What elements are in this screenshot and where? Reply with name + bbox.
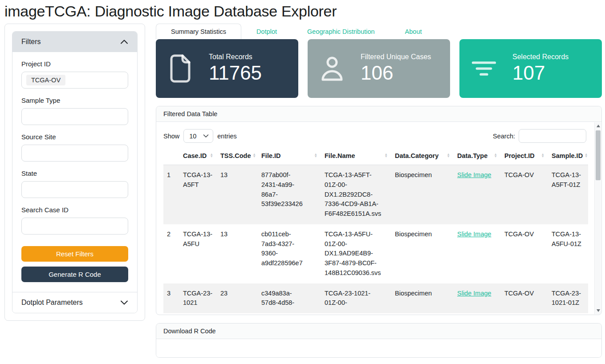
search-input[interactable] <box>519 129 586 143</box>
scroll-down-icon[interactable] <box>595 307 601 314</box>
table-row: 3 TCGA-23- 1021 23 c349a83a- 57d8-4d58- … <box>163 283 588 314</box>
data-type-cell: Slide Image <box>454 224 501 283</box>
sample-type-input[interactable] <box>21 108 128 125</box>
person-icon <box>320 56 345 81</box>
file-id-cell: cb011ceb- 7ad3-4327- 9360- a9df228596e7 <box>258 224 321 283</box>
filters-title: Filters <box>21 38 41 46</box>
tab-geographic-distribution[interactable]: Geographic Distribution <box>292 24 390 39</box>
table-scrollbar[interactable] <box>594 122 601 314</box>
search-case-id-input[interactable] <box>21 218 128 235</box>
source-site-input[interactable] <box>21 145 128 162</box>
project-id-cell: TCGA-OV <box>501 224 548 283</box>
search-area: Search: <box>493 129 586 143</box>
column-header-data-category[interactable]: Data.Category▲▼ <box>391 149 454 165</box>
filters-accordion-header[interactable]: Filters <box>12 32 137 52</box>
sort-icon: ▲▼ <box>494 154 497 158</box>
show-label: Show <box>163 133 179 140</box>
slide-image-link[interactable]: Slide Image <box>457 231 491 238</box>
column-header-project-id[interactable]: Project.ID▲▼ <box>501 149 548 165</box>
entries-label: entries <box>217 133 237 140</box>
column-header-sample-id[interactable]: Sample.ID▲▼ <box>548 149 588 165</box>
scroll-up-icon[interactable] <box>595 122 601 129</box>
search-case-id-field: Search Case ID <box>21 206 128 235</box>
search-label: Search: <box>493 133 515 140</box>
column-header-case-id[interactable]: Case.ID▲▼ <box>179 149 217 165</box>
page-length-select[interactable]: 10 <box>183 129 213 143</box>
project-id-token[interactable]: TCGA-OV <box>26 75 65 85</box>
filtered-data-table: Case.ID▲▼ TSS.Code▲▼ File.ID▲▼ File.Name… <box>163 149 588 313</box>
sort-icon: ▲▼ <box>210 154 213 158</box>
file-name-cell: TCGA-13-A5FT- 01Z-00- DX1.2B292DC8- 7336… <box>321 165 391 224</box>
filter-icon <box>471 59 496 78</box>
file-id-cell: c349a83a- 57d8-4d58- <box>258 283 321 314</box>
case-id-cell: TCGA-13- A5FT <box>179 165 217 224</box>
sort-icon: ▲▼ <box>314 154 317 158</box>
value-box-value: 11765 <box>209 62 262 84</box>
column-header-file-name[interactable]: File.Name▲▼ <box>321 149 391 165</box>
value-box-text: Total Records 11765 <box>209 53 262 84</box>
dotplot-params-title: Dotplot Parameters <box>21 299 83 307</box>
chevron-up-icon <box>120 39 128 44</box>
sample-id-cell: TCGA-13- A5FU-01Z <box>548 224 588 283</box>
search-case-id-label: Search Case ID <box>21 206 128 214</box>
rownum-cell: 3 <box>163 283 179 314</box>
page-length-value: 10 <box>189 133 196 140</box>
tab-bar: Summary Statistics Dotplot Geographic Di… <box>156 24 602 39</box>
file-id-cell: 877ab00f- 2431-4a99- 86a7- 53f39e233426 <box>258 165 321 224</box>
rownum-cell: 2 <box>163 224 179 283</box>
data-category-cell: Biospecimen <box>391 165 454 224</box>
slide-image-link[interactable]: Slide Image <box>457 290 491 297</box>
filters-body: Project ID TCGA-OV Sample Type Source Si… <box>12 52 137 292</box>
value-box-value: 106 <box>361 62 431 84</box>
filters-accordion-item: Filters Project ID TCGA-OV Sample Type <box>12 32 137 292</box>
dotplot-params-accordion-header[interactable]: Dotplot Parameters <box>12 292 137 313</box>
value-boxes: Total Records 11765 Filtered Unique Case… <box>156 39 602 98</box>
select-caret-icon <box>203 134 209 138</box>
main-content: Summary Statistics Dotplot Geographic Di… <box>156 24 602 358</box>
scrollbar-thumb[interactable] <box>596 130 601 180</box>
column-header-rownum <box>163 149 179 165</box>
tab-about[interactable]: About <box>390 24 437 39</box>
value-box-text: Filtered Unique Cases 106 <box>361 53 431 84</box>
data-type-cell: Slide Image <box>454 283 501 314</box>
sample-type-field: Sample Type <box>21 97 128 125</box>
state-input[interactable] <box>21 181 128 198</box>
tab-dotplot[interactable]: Dotplot <box>241 24 292 39</box>
slide-image-link[interactable]: Slide Image <box>457 171 491 178</box>
value-box-selected-records: Selected Records 107 <box>459 39 602 98</box>
download-r-code-card: Download R Code <box>156 323 602 358</box>
value-box-label: Selected Records <box>512 53 568 61</box>
sort-icon: ▲▼ <box>385 154 388 158</box>
page-title: imageTCGA: Diagnostic Image Database Exp… <box>4 3 602 20</box>
value-box-filtered-unique-cases: Filtered Unique Cases 106 <box>308 39 450 98</box>
case-id-cell: TCGA-13- A5FU <box>179 224 217 283</box>
dotplot-params-accordion-item: Dotplot Parameters <box>12 292 137 313</box>
data-category-cell: Biospecimen <box>391 283 454 314</box>
column-header-tss-code[interactable]: TSS.Code▲▼ <box>217 149 258 165</box>
download-card-header: Download R Code <box>156 324 601 339</box>
value-box-label: Total Records <box>209 53 262 61</box>
layout: Filters Project ID TCGA-OV Sample Type <box>4 24 602 358</box>
rownum-cell: 1 <box>163 165 179 224</box>
data-type-cell: Slide Image <box>454 165 501 224</box>
file-name-cell: TCGA-23-1021- 01Z-00- <box>321 283 391 314</box>
data-category-cell: Biospecimen <box>391 224 454 283</box>
project-id-input[interactable]: TCGA-OV <box>21 72 128 89</box>
generate-r-code-button[interactable]: Generate R Code <box>21 267 128 282</box>
sample-id-cell: TCGA-23- 1021-01Z <box>548 283 588 314</box>
reset-filters-button[interactable]: Reset Filters <box>21 246 128 262</box>
column-header-file-id[interactable]: File.ID▲▼ <box>258 149 321 165</box>
source-site-label: Source Site <box>21 133 128 141</box>
file-icon <box>168 54 193 83</box>
value-box-total-records: Total Records 11765 <box>156 39 298 98</box>
sort-icon: ▲▼ <box>252 154 256 158</box>
tab-summary-statistics[interactable]: Summary Statistics <box>156 24 241 39</box>
sort-icon: ▲▼ <box>447 154 450 158</box>
table-row: 2 TCGA-13- A5FU 13 cb011ceb- 7ad3-4327- … <box>163 224 588 283</box>
download-card-body <box>156 339 601 357</box>
file-name-cell: TCGA-13-A5FU- 01Z-00- DX1.9AD9E4B9- 3F87… <box>321 224 391 283</box>
sample-id-cell: TCGA-13- A5FT-01Z <box>548 165 588 224</box>
sample-type-label: Sample Type <box>21 97 128 104</box>
chevron-down-icon <box>120 300 128 305</box>
column-header-data-type[interactable]: Data.Type▲▼ <box>454 149 501 165</box>
